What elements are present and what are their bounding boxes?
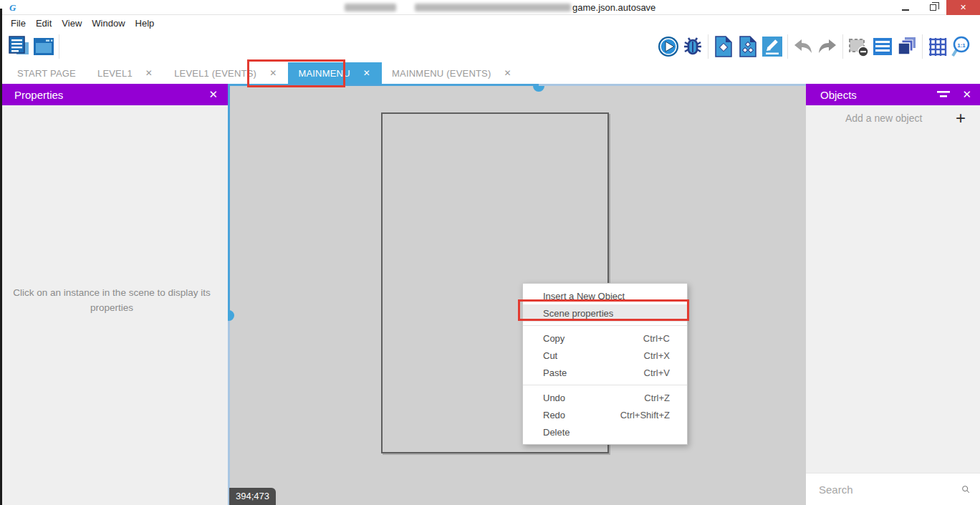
- tabbar: START PAGE LEVEL1 ✕ LEVEL1 (EVENTS) ✕ MA…: [0, 62, 980, 84]
- objects-panel-header: Objects ✕: [806, 84, 980, 105]
- toolbar: 1:1: [0, 31, 980, 62]
- redacted-path-segment: [345, 4, 396, 11]
- restore-icon: [930, 4, 936, 11]
- context-menu-item-undo[interactable]: Undo Ctrl+Z: [523, 389, 687, 406]
- play-button[interactable]: [656, 34, 681, 59]
- play-icon: [657, 35, 680, 58]
- main-area: Properties ✕ Click on an instance in the…: [0, 84, 980, 505]
- objects-panel: Objects ✕ Add a new object +: [806, 84, 980, 505]
- properties-panel: Properties ✕ Click on an instance in the…: [0, 84, 228, 505]
- resize-handle-left[interactable]: [228, 310, 234, 321]
- tab-close-icon[interactable]: ✕: [269, 68, 277, 78]
- svg-text:G: G: [9, 2, 16, 13]
- insert-object-button[interactable]: [711, 34, 736, 59]
- undo-icon: [792, 35, 815, 58]
- project-manager-icon: [8, 35, 31, 58]
- search-icon: [961, 481, 970, 497]
- add-object-plus-icon[interactable]: +: [956, 110, 966, 127]
- gdevelop-logo-icon: G: [9, 2, 19, 13]
- menu-file[interactable]: File: [6, 18, 31, 29]
- redo-button[interactable]: [815, 34, 840, 59]
- redo-icon: [816, 35, 839, 58]
- selection-border-top: [228, 84, 539, 86]
- layers-button[interactable]: [895, 34, 919, 59]
- context-menu-separator: [523, 325, 687, 326]
- toolbar-separator: [842, 34, 843, 59]
- toolbar-separator: [787, 34, 788, 59]
- project-manager-button[interactable]: [7, 34, 32, 59]
- edit-scene-button[interactable]: [760, 34, 784, 59]
- menu-help[interactable]: Help: [130, 18, 160, 29]
- add-object-label: Add a new object: [845, 112, 956, 124]
- instances-list-button[interactable]: [870, 34, 895, 59]
- tab-mainmenu-events[interactable]: MAINMENU (EVENTS) ✕: [382, 62, 523, 84]
- context-menu-separator: [523, 385, 687, 385]
- zoom-1-1-icon: 1:1: [951, 35, 974, 58]
- properties-close-icon[interactable]: ✕: [208, 88, 218, 101]
- search-input[interactable]: [819, 484, 961, 496]
- context-menu-item-copy[interactable]: Copy Ctrl+C: [523, 330, 687, 347]
- edit-pencil-icon: [761, 35, 784, 58]
- window-icon: [32, 35, 55, 58]
- resize-handle-top[interactable]: [533, 86, 544, 92]
- tab-mainmenu[interactable]: MAINMENU ✕: [288, 62, 382, 84]
- svg-text:1:1: 1:1: [957, 42, 966, 49]
- toolbar-separator: [59, 34, 59, 59]
- cursor-coordinates-badge: 394;473: [229, 488, 276, 505]
- window-title: game.json.autosave: [345, 0, 655, 15]
- menu-window[interactable]: Window: [87, 18, 130, 29]
- context-menu-item-delete[interactable]: Delete: [523, 423, 687, 441]
- objects-close-icon[interactable]: ✕: [962, 88, 971, 101]
- objects-search-bar: [806, 473, 980, 505]
- objects-editor-button[interactable]: [736, 34, 760, 59]
- context-menu-item-redo[interactable]: Redo Ctrl+Shift+Z: [523, 406, 687, 423]
- debug-button[interactable]: [681, 34, 705, 59]
- tab-close-icon[interactable]: ✕: [504, 68, 511, 78]
- close-icon: ✕: [960, 3, 966, 12]
- titlebar: G game.json.autosave ✕: [0, 0, 980, 15]
- filter-icon: [936, 90, 951, 100]
- toggle-grid-button[interactable]: [926, 34, 950, 59]
- tab-close-icon[interactable]: ✕: [363, 68, 370, 78]
- toolbar-separator: [922, 34, 923, 59]
- selection-border-left-light: [228, 315, 230, 505]
- scene-canvas[interactable]: 394;473 Insert a New Object Scene proper…: [228, 84, 806, 505]
- tab-level1[interactable]: LEVEL1 ✕: [87, 62, 164, 84]
- tab-start-page[interactable]: START PAGE: [7, 62, 87, 84]
- layers-icon: [895, 35, 918, 58]
- mask-remove-icon: [847, 35, 870, 58]
- properties-empty-message: Click on an instance in the scene to dis…: [13, 286, 211, 316]
- filter-button[interactable]: [936, 90, 951, 100]
- zoom-original-button[interactable]: 1:1: [950, 34, 974, 59]
- toggle-mask-button[interactable]: [846, 34, 870, 59]
- close-button[interactable]: ✕: [946, 0, 980, 15]
- minimize-icon: [902, 9, 909, 11]
- selection-border-top-light: [539, 84, 806, 86]
- context-menu-item-scene-properties[interactable]: Scene properties: [523, 304, 687, 322]
- menu-view[interactable]: View: [57, 18, 87, 29]
- context-menu-item-paste[interactable]: Paste Ctrl+V: [523, 364, 687, 381]
- window-controls: ✕: [892, 0, 980, 15]
- restore-button[interactable]: [919, 0, 946, 15]
- bug-icon: [681, 35, 704, 58]
- window-title-text: game.json.autosave: [572, 2, 655, 13]
- scene-object-icon: [712, 35, 735, 58]
- menu-edit[interactable]: Edit: [31, 18, 57, 29]
- scene-objects-icon: [736, 35, 759, 58]
- tab-level1-events[interactable]: LEVEL1 (EVENTS) ✕: [164, 62, 288, 84]
- add-object-row[interactable]: Add a new object +: [806, 105, 980, 131]
- context-menu-item-cut[interactable]: Cut Ctrl+X: [523, 347, 687, 364]
- window-left-edge: [0, 9, 2, 505]
- minimize-button[interactable]: [892, 0, 919, 15]
- tab-close-icon[interactable]: ✕: [145, 68, 153, 78]
- properties-panel-title: Properties: [14, 89, 208, 101]
- toolbar-separator: [708, 34, 708, 59]
- gdevelop-window: G game.json.autosave ✕ File Edit View Wi…: [0, 0, 980, 505]
- selection-border-left: [228, 84, 230, 315]
- redacted-path-segment: [415, 4, 571, 11]
- undo-button[interactable]: [791, 34, 815, 59]
- properties-panel-header: Properties ✕: [0, 84, 228, 105]
- list-icon: [871, 35, 894, 58]
- context-menu-item-insert-new-object[interactable]: Insert a New Object: [523, 287, 687, 304]
- start-page-button[interactable]: [32, 34, 56, 59]
